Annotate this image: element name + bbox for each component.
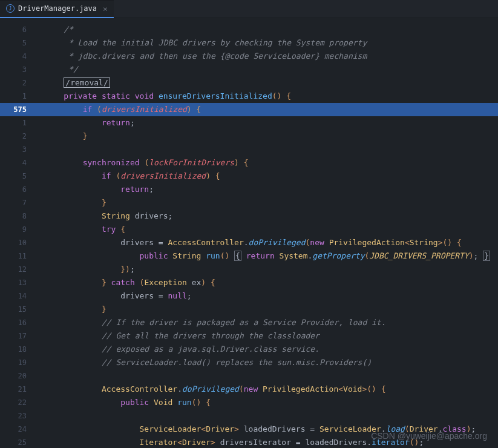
line-number: 13 bbox=[0, 276, 42, 289]
line-number: 23 bbox=[0, 409, 42, 423]
code-line: // exposed as a java.sql.Driver.class se… bbox=[42, 343, 498, 356]
code-line: String drivers; bbox=[42, 209, 498, 223]
java-file-icon: J bbox=[6, 4, 15, 13]
code-line: synchronized (lockForInitDrivers) { bbox=[42, 156, 498, 170]
code-line: }); bbox=[42, 263, 498, 276]
line-number: 20 bbox=[0, 369, 42, 383]
line-gutter: 6 5 4 3 2 1 575 1 2 3 4 5 6 7 8 9 10 11 … bbox=[0, 18, 42, 448]
line-number: 1 bbox=[0, 116, 42, 130]
code-line: /* bbox=[42, 23, 498, 36]
line-number: 18 bbox=[0, 343, 42, 356]
code-line: // ServiceLoader.load() replaces the sun… bbox=[42, 356, 498, 369]
line-number: 1 bbox=[0, 90, 42, 103]
code-line bbox=[42, 369, 498, 383]
close-icon[interactable]: × bbox=[103, 4, 108, 13]
line-number: 8 bbox=[0, 209, 42, 223]
line-number: 24 bbox=[0, 423, 42, 436]
line-number: 17 bbox=[0, 329, 42, 343]
code-line: try { bbox=[42, 223, 498, 236]
code-line: return; bbox=[42, 183, 498, 196]
tab-filename: DriverManager.java bbox=[18, 4, 97, 13]
line-number: 9 bbox=[0, 223, 42, 236]
line-number: 25 bbox=[0, 436, 42, 448]
code-line: * jdbc.drivers and then use the {@code S… bbox=[42, 50, 498, 63]
line-number: 14 bbox=[0, 289, 42, 303]
line-number: 10 bbox=[0, 236, 42, 249]
line-number: 5 bbox=[0, 36, 42, 50]
tab-file[interactable]: J DriverManager.java × bbox=[0, 0, 114, 18]
code-line: return; bbox=[42, 116, 498, 130]
line-number: 3 bbox=[0, 63, 42, 76]
code-line: } catch (Exception ex) { bbox=[42, 276, 498, 289]
code-line: /removal/ bbox=[42, 76, 498, 90]
code-content[interactable]: /* * Load the initial JDBC drivers by ch… bbox=[42, 18, 498, 448]
code-line bbox=[42, 143, 498, 156]
code-line: * Load the initial JDBC drivers by check… bbox=[42, 36, 498, 50]
code-line: drivers = null; bbox=[42, 289, 498, 303]
line-number: 2 bbox=[0, 76, 42, 90]
line-number: 6 bbox=[0, 23, 42, 36]
line-number: 11 bbox=[0, 249, 42, 263]
line-number: 5 bbox=[0, 170, 42, 183]
line-number: 22 bbox=[0, 396, 42, 409]
code-line: drivers = AccessController.doPrivileged(… bbox=[42, 236, 498, 249]
code-editor[interactable]: 6 5 4 3 2 1 575 1 2 3 4 5 6 7 8 9 10 11 … bbox=[0, 18, 498, 448]
code-line: // Get all the drivers through the class… bbox=[42, 329, 498, 343]
line-number: 3 bbox=[0, 143, 42, 156]
code-line: } bbox=[42, 196, 498, 209]
current-line-number: 575 bbox=[0, 103, 42, 116]
line-number: 12 bbox=[0, 263, 42, 276]
code-line bbox=[42, 409, 498, 423]
code-line-current: if (driversInitialized) { bbox=[42, 103, 498, 116]
watermark-text: CSDN @yuweijie@apache.org bbox=[371, 431, 487, 441]
code-line: */ bbox=[42, 63, 498, 76]
code-line: private static void ensureDriversInitial… bbox=[42, 90, 498, 103]
line-number: 7 bbox=[0, 196, 42, 209]
line-number: 4 bbox=[0, 50, 42, 63]
line-number: 21 bbox=[0, 383, 42, 396]
line-number: 6 bbox=[0, 183, 42, 196]
code-line: } bbox=[42, 303, 498, 316]
line-number: 4 bbox=[0, 156, 42, 170]
code-line: public String run() { return System.getP… bbox=[42, 249, 498, 263]
code-line: AccessController.doPrivileged(new Privil… bbox=[42, 383, 498, 396]
code-line: public Void run() { bbox=[42, 396, 498, 409]
line-number: 15 bbox=[0, 303, 42, 316]
code-line: if (driversInitialized) { bbox=[42, 170, 498, 183]
line-number: 16 bbox=[0, 316, 42, 329]
line-number: 2 bbox=[0, 130, 42, 143]
tab-bar: J DriverManager.java × bbox=[0, 0, 498, 18]
code-line: } bbox=[42, 130, 498, 143]
line-number: 19 bbox=[0, 356, 42, 369]
code-line: // If the driver is packaged as a Servic… bbox=[42, 316, 498, 329]
